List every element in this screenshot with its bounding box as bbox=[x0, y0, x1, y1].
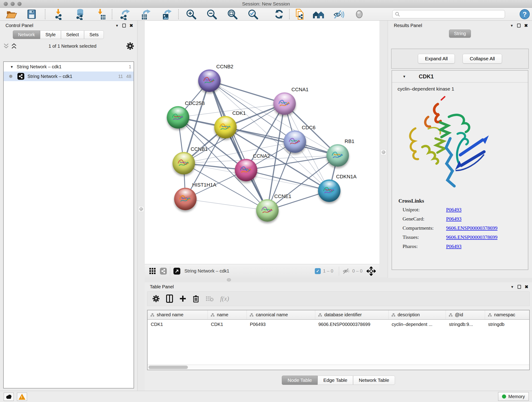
float-panel-icon[interactable] bbox=[518, 285, 521, 289]
expand-all-button[interactable]: Expand All bbox=[418, 54, 455, 64]
tab-string[interactable]: String bbox=[449, 30, 471, 38]
bottom-splitter[interactable] bbox=[145, 277, 532, 282]
network-node-hist1h1a[interactable] bbox=[174, 188, 196, 210]
zoom-selected-button[interactable] bbox=[247, 8, 259, 20]
genecard-link[interactable]: P06493 bbox=[446, 216, 462, 222]
panel-menu-icon[interactable]: ▼ bbox=[510, 24, 513, 27]
network-node-ccna2[interactable] bbox=[235, 159, 257, 181]
network-node-ccna1[interactable] bbox=[273, 92, 296, 115]
memory-button[interactable]: Memory bbox=[498, 392, 529, 401]
close-panel-icon[interactable]: ✖ bbox=[524, 23, 528, 28]
tab-network[interactable]: Network bbox=[13, 31, 40, 39]
network-canvas[interactable]: CCNB2CCNA1CDC25BCDK1CDC6RB1CCNB1CCNA2CDK… bbox=[145, 21, 380, 264]
search-box[interactable] bbox=[392, 10, 505, 18]
column-header[interactable]: shared name bbox=[147, 310, 208, 319]
column-header[interactable]: canonical name bbox=[247, 310, 315, 319]
save-session-button[interactable] bbox=[25, 8, 38, 20]
import-table-button[interactable] bbox=[95, 8, 108, 20]
gear-icon[interactable] bbox=[126, 42, 134, 50]
left-splitter[interactable] bbox=[138, 21, 145, 391]
share-view-icon[interactable] bbox=[160, 268, 167, 274]
network-node-cdc25b[interactable] bbox=[167, 106, 189, 128]
float-panel-icon[interactable] bbox=[517, 24, 520, 27]
refresh-icon bbox=[273, 9, 285, 20]
network-node-cdc6[interactable] bbox=[284, 130, 306, 153]
export-network-button[interactable] bbox=[119, 8, 132, 20]
tab-select[interactable]: Select bbox=[61, 31, 84, 39]
tab-style[interactable]: Style bbox=[40, 31, 61, 39]
birds-eye-button[interactable] bbox=[353, 8, 366, 20]
network-row[interactable]: String Network – cdk1 11 48 bbox=[4, 71, 133, 81]
tissues-link[interactable]: 9606.ENSP00000378699 bbox=[446, 234, 497, 240]
zoom-fit-button[interactable] bbox=[226, 8, 239, 20]
add-column-icon[interactable] bbox=[179, 295, 186, 302]
table-settings-gear-icon[interactable] bbox=[152, 295, 160, 302]
search-input[interactable] bbox=[400, 11, 505, 18]
zoom-in-button[interactable] bbox=[185, 8, 197, 20]
cloud-status-button[interactable] bbox=[4, 393, 14, 401]
home-button[interactable] bbox=[312, 8, 325, 20]
open-session-button[interactable] bbox=[5, 8, 18, 20]
hide-details-button[interactable] bbox=[332, 8, 345, 20]
tab-network-table[interactable]: Network Table bbox=[353, 376, 395, 385]
panel-menu-icon[interactable]: ▼ bbox=[510, 285, 514, 288]
splitter-handle[interactable] bbox=[381, 149, 386, 155]
select-columns-icon[interactable] bbox=[166, 294, 173, 303]
scrollbar-thumb[interactable] bbox=[148, 366, 188, 369]
warning-status-button[interactable]: ! bbox=[17, 393, 27, 401]
node-count: 11 bbox=[118, 74, 123, 79]
table-row[interactable]: CDK1 CDK1 P06493 9606.ENSP00000378699 cy… bbox=[147, 319, 530, 329]
expand-all-icon[interactable] bbox=[11, 43, 19, 49]
column-header[interactable]: @id bbox=[446, 310, 485, 319]
network-node-ccnb2[interactable] bbox=[198, 70, 221, 92]
tab-edge-table[interactable]: Edge Table bbox=[317, 376, 353, 385]
network-node-ccnb1[interactable] bbox=[172, 152, 195, 174]
protein-header-row[interactable]: ▼ CDK1 bbox=[392, 70, 528, 83]
zoom-out-button[interactable] bbox=[205, 8, 218, 20]
export-image-button[interactable] bbox=[160, 8, 173, 20]
pharos-link[interactable]: P06493 bbox=[446, 243, 462, 249]
network-collection-row[interactable]: ▼ String Network – cdk1 1 bbox=[4, 62, 133, 71]
tab-sets[interactable]: Sets bbox=[84, 31, 104, 39]
window-title: Session: New Session bbox=[0, 1, 532, 7]
grid-view-icon[interactable] bbox=[149, 268, 156, 275]
network-node-cdkn1a[interactable] bbox=[318, 179, 341, 202]
float-panel-icon[interactable] bbox=[122, 24, 126, 27]
detach-view-icon[interactable] bbox=[173, 268, 180, 274]
compartments-link[interactable]: 9606.ENSP00000378699 bbox=[446, 225, 497, 231]
network-node-cdk1[interactable] bbox=[214, 116, 237, 138]
apply-layout-button[interactable] bbox=[273, 8, 285, 20]
collapse-all-button[interactable]: Collapse All bbox=[462, 54, 502, 64]
network-node-rb1[interactable] bbox=[326, 144, 349, 167]
collapse-protein-icon[interactable]: ▼ bbox=[403, 75, 406, 78]
horizontal-scrollbar[interactable] bbox=[147, 365, 529, 370]
close-panel-icon[interactable]: ✖ bbox=[525, 285, 528, 289]
column-header[interactable]: name bbox=[208, 310, 247, 319]
splitter-handle[interactable] bbox=[227, 278, 231, 281]
zoom-in-icon bbox=[185, 8, 197, 20]
column-header[interactable]: description bbox=[388, 310, 446, 319]
network-node-ccne1[interactable] bbox=[256, 199, 279, 222]
import-network-database-button[interactable] bbox=[74, 8, 87, 20]
clone-network-button[interactable] bbox=[294, 8, 307, 20]
column-header[interactable]: database identifier bbox=[315, 310, 388, 319]
selected-checkbox-icon[interactable]: ✓ bbox=[315, 268, 321, 274]
export-table-button[interactable] bbox=[139, 8, 152, 20]
collapse-all-icon[interactable] bbox=[3, 43, 11, 49]
tab-node-table[interactable]: Node Table bbox=[282, 376, 317, 385]
help-button[interactable]: ? bbox=[518, 8, 531, 20]
right-splitter[interactable] bbox=[380, 21, 388, 278]
splitter-handle[interactable] bbox=[138, 206, 144, 212]
panel-menu-icon[interactable]: ▼ bbox=[115, 24, 119, 27]
delete-column-trash-icon[interactable] bbox=[193, 295, 199, 303]
network-view-name: String Network – cdk1 bbox=[184, 268, 229, 274]
import-network-file-button[interactable] bbox=[53, 8, 66, 20]
tree-collapse-icon[interactable]: ▼ bbox=[10, 65, 13, 69]
column-header[interactable]: namespac bbox=[485, 310, 530, 319]
close-panel-icon[interactable]: ✖ bbox=[129, 23, 133, 28]
hidden-eye-icon[interactable] bbox=[342, 268, 350, 274]
uniprot-link[interactable]: P06493 bbox=[446, 207, 462, 213]
results-actions: Expand All Collapse All bbox=[391, 49, 529, 69]
birdseye-move-icon[interactable] bbox=[367, 267, 376, 276]
node-label: CDK1 bbox=[232, 110, 246, 116]
